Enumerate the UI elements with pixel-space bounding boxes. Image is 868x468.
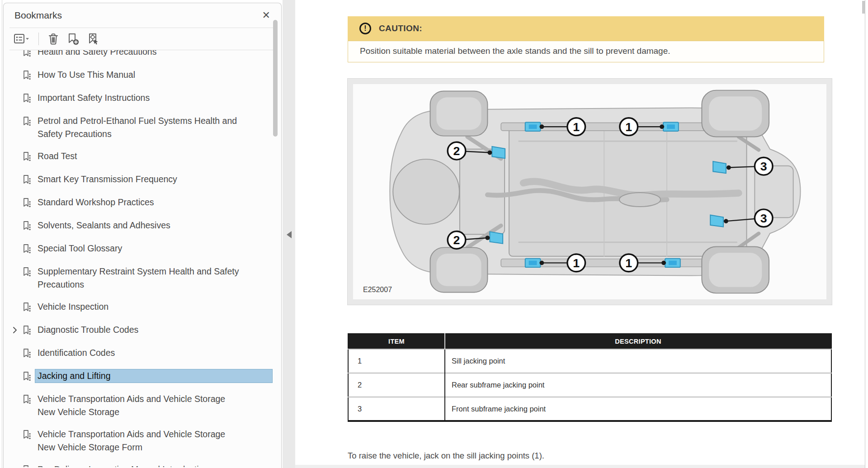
svg-text:1: 1 (573, 256, 580, 270)
bookmark-page-icon (22, 242, 35, 256)
bookmark-item[interactable]: Vehicle Transportation Aids and Vehicle … (4, 423, 281, 459)
bookmark-item[interactable]: Vehicle Inspection (4, 296, 281, 319)
bookmark-item[interactable]: Special Tool Glossary (4, 237, 281, 260)
expander-spacer (4, 369, 22, 373)
bookmark-options-icon (14, 33, 30, 45)
expander-spacer (4, 173, 22, 176)
table-cell: 3 (348, 397, 445, 421)
table-row: 1Sill jacking point (348, 349, 831, 373)
jacking-point-marker (710, 215, 723, 227)
table-cell: Rear subframe jacking point (445, 373, 831, 397)
svg-text:3: 3 (760, 160, 767, 173)
table-header-cell: ITEM (348, 334, 445, 349)
svg-text:1: 1 (573, 120, 580, 134)
expander-spacer (4, 68, 22, 71)
document-pane: ! CAUTION: Position suitable material be… (295, 0, 865, 468)
table-cell: 1 (348, 349, 445, 373)
bookmark-item[interactable]: Standard Workshop Practices (4, 191, 281, 214)
document-scrollbar-thumb[interactable] (862, 1, 865, 14)
svg-text:1: 1 (625, 256, 632, 270)
table-row: 3Front subframe jacking point (348, 397, 831, 421)
expander-spacer (4, 114, 22, 118)
bookmark-item[interactable]: Supplementary Restraint System Health an… (4, 260, 281, 296)
caution-text: Position suitable material between the a… (348, 41, 824, 62)
bookmark-page-icon (22, 50, 35, 59)
delete-bookmark-button[interactable] (47, 32, 60, 46)
bookmark-item-label: How To Use This Manual (35, 68, 272, 81)
bookmark-page-icon (22, 196, 35, 210)
expander-spacer (4, 196, 22, 199)
table-cell: Front subframe jacking point (445, 397, 831, 421)
svg-text:3: 3 (760, 212, 767, 225)
expander-spacer (4, 463, 22, 466)
bookmark-item-label: Pre-Delivery Inspection Manual Introduct… (35, 463, 272, 467)
bookmark-item-label: Standard Workshop Practices (35, 196, 272, 209)
table-header-cell: DESCRIPTION (445, 334, 831, 349)
bookmark-item[interactable]: Smart Key Transmission Frequency (4, 168, 281, 191)
trash-icon (47, 33, 59, 45)
bookmarks-panel-title: Bookmarks (14, 10, 62, 21)
vehicle-underbody-figure: 11233211 E252007 (348, 79, 832, 305)
bookmark-page-icon (22, 68, 35, 82)
expander-spacer (4, 219, 22, 222)
bookmark-page-icon (22, 114, 35, 128)
close-icon[interactable]: ✕ (262, 10, 270, 20)
bookmark-item[interactable]: Jacking and Lifting (4, 365, 281, 388)
bookmarks-panel-header: Bookmarks ✕ (4, 3, 281, 28)
add-bookmark-button[interactable] (66, 32, 80, 47)
bookmark-page-icon (22, 463, 35, 467)
item-description-table: ITEMDESCRIPTION 1Sill jacking point2Rear… (348, 333, 832, 422)
vehicle-underbody-illustration: 11233211 (353, 84, 826, 299)
bookmark-options-button[interactable] (13, 32, 31, 46)
expander-spacer (4, 346, 22, 350)
expander-spacer (4, 428, 22, 431)
bookmark-item[interactable]: Pre-Delivery Inspection Manual Introduct… (4, 459, 281, 467)
bookmark-item-label: Special Tool Glossary (35, 242, 272, 255)
caution-box: ! CAUTION: Position suitable material be… (348, 16, 824, 62)
jacking-point-marker (490, 232, 503, 243)
bookmark-item-label: Jacking and Lifting (35, 369, 272, 383)
expander-spacer (4, 242, 22, 245)
expander-spacer (4, 91, 22, 95)
expander-spacer (4, 300, 22, 303)
collapse-panel-arrow-icon[interactable] (287, 231, 292, 238)
expander-spacer (4, 265, 22, 268)
locate-bookmark-button[interactable] (86, 32, 101, 47)
left-rail (0, 0, 2, 468)
bookmark-item-label: Vehicle Transportation Aids and Vehicle … (35, 392, 272, 419)
bookmark-page-icon (22, 300, 35, 314)
bookmark-page-icon (22, 323, 35, 337)
bookmark-item[interactable]: Diagnostic Trouble Codes (4, 319, 281, 342)
bookmark-item-label: Smart Key Transmission Frequency (35, 173, 272, 186)
bookmark-page-icon (22, 91, 35, 105)
bookmark-item[interactable]: Health and Safety Precautions (4, 50, 281, 64)
bookmark-item-label: Important Safety Instructions (35, 91, 272, 104)
bookmark-item-label: Road Test (35, 150, 272, 163)
bookmark-item-label: Supplementary Restraint System Health an… (35, 265, 272, 291)
bookmark-page-icon (22, 428, 35, 442)
bookmarks-panel: Bookmarks ✕ (3, 3, 282, 468)
bookmark-item[interactable]: Vehicle Transportation Aids and Vehicle … (4, 388, 281, 423)
bookmark-item[interactable]: Road Test (4, 145, 281, 168)
expand-chevron-icon[interactable] (4, 323, 22, 336)
page-boundary (295, 465, 865, 468)
expander-spacer (4, 392, 22, 396)
bookmark-item[interactable]: Identification Codes (4, 342, 281, 365)
bookmark-item[interactable]: Important Safety Instructions (4, 87, 281, 110)
bookmark-item[interactable]: How To Use This Manual (4, 64, 281, 87)
table-row: 2Rear subframe jacking point (348, 373, 831, 397)
bookmark-item-label: Identification Codes (35, 346, 272, 359)
bookmark-item[interactable]: Solvents, Sealants and Adhesives (4, 214, 281, 237)
table-body: 1Sill jacking point2Rear subframe jackin… (348, 349, 831, 421)
bookmarks-toolbar (4, 28, 281, 50)
caution-title: CAUTION: (379, 24, 422, 33)
jacking-point-marker (492, 147, 505, 158)
bookmark-item-label: Vehicle Inspection (35, 300, 272, 313)
bookmark-item-label: Petrol and Petrol-Ethanol Fuel Systems H… (35, 114, 272, 141)
expander-spacer (4, 150, 22, 153)
sidebar-scrollbar-thumb[interactable] (273, 20, 278, 137)
bookmark-item[interactable]: Petrol and Petrol-Ethanol Fuel Systems H… (4, 110, 281, 145)
bookmark-page-icon (22, 150, 35, 164)
bookmark-item-label: Solvents, Sealants and Adhesives (35, 219, 272, 232)
bookmark-item-label: Vehicle Transportation Aids and Vehicle … (35, 428, 272, 454)
